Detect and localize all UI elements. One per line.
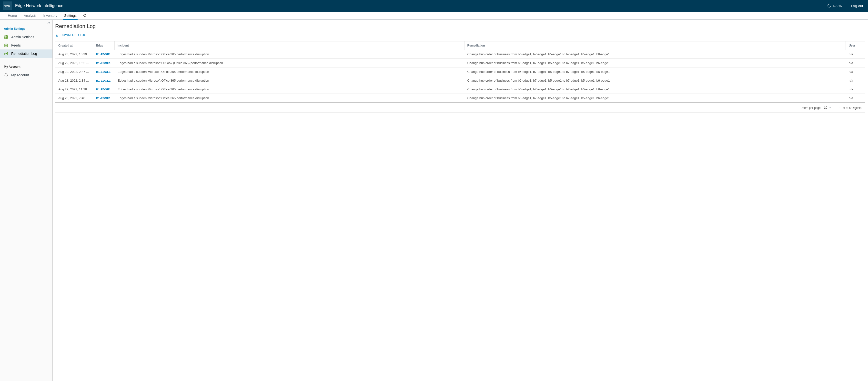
- check-icon: [4, 51, 8, 56]
- svg-point-0: [84, 14, 86, 16]
- cell-incident: Edges had a sudden Microsoft Office 365 …: [115, 94, 465, 102]
- main-content: Remediation Log DOWNLOAD LOG Created at …: [53, 20, 868, 381]
- cell-created: Aug 22, 2022, 2:47 PM: [55, 67, 93, 76]
- sidebar-collapse-button[interactable]: [46, 21, 51, 25]
- cell-edge-link[interactable]: B1-EDGE1: [93, 50, 115, 58]
- chevron-down-icon: [829, 106, 831, 109]
- svg-point-2: [6, 37, 7, 38]
- dark-label: DARK: [833, 4, 842, 7]
- cell-incident: Edges had a sudden Microsoft Office 365 …: [115, 67, 465, 76]
- sidebar-item-label: Remediation Log: [11, 51, 37, 56]
- cell-user: n/a: [846, 85, 865, 94]
- logout-link[interactable]: Log out: [851, 4, 863, 8]
- cell-edge-link[interactable]: B1-EDGE1: [93, 85, 115, 93]
- cell-incident: Edges had a sudden Microsoft Office 365 …: [115, 50, 465, 59]
- nav-search-button[interactable]: [80, 14, 90, 18]
- cell-edge-link[interactable]: B1-EDGE1: [93, 68, 115, 76]
- main-nav: HomeAnalysisInventorySettings: [0, 12, 868, 20]
- cell-user: n/a: [846, 94, 865, 102]
- cell-user: n/a: [846, 67, 865, 76]
- nav-item-settings[interactable]: Settings: [61, 12, 80, 20]
- table-row: Aug 22, 2022, 2:47 PMB1-EDGE1Edges had a…: [55, 67, 865, 76]
- nav-item-home[interactable]: Home: [4, 12, 20, 20]
- sidebar-item-label: Feeds: [11, 43, 21, 47]
- sidebar-item-label: My Account: [11, 73, 29, 77]
- sidebar-item-feeds[interactable]: Feeds: [0, 41, 53, 49]
- gear-icon: [4, 35, 8, 39]
- cell-remediation: Change hub order of business from b6-edg…: [465, 94, 846, 102]
- app-title: Edge Network Intelligence: [15, 3, 827, 8]
- download-log-button[interactable]: DOWNLOAD LOG: [55, 33, 87, 37]
- cell-user: n/a: [846, 50, 865, 59]
- cell-incident: Edges had a sudden Microsoft Office 365 …: [115, 76, 465, 85]
- cell-incident: Edges had a sudden Microsoft Outlook (Of…: [115, 59, 465, 67]
- nav-item-inventory[interactable]: Inventory: [40, 12, 61, 20]
- cell-created: Aug 18, 2022, 2:34 PM: [55, 76, 93, 85]
- cell-created: Aug 22, 2022, 11:38 AM: [55, 85, 93, 94]
- per-page-label: Users per page: [801, 106, 821, 110]
- sidebar-section-account: My Account: [0, 58, 53, 71]
- sidebar-section-admin: Admin Settings: [0, 20, 53, 33]
- cell-remediation: Change hub order of business from b6-edg…: [465, 85, 846, 94]
- remediation-table: Created at Edge Incident Remediation Use…: [55, 41, 865, 103]
- cell-edge-link[interactable]: B1-EDGE1: [93, 77, 115, 84]
- table-row: Aug 22, 2022, 11:38 AMB1-EDGE1Edges had …: [55, 85, 865, 94]
- cell-remediation: Change hub order of business from b6-edg…: [465, 67, 846, 76]
- cell-remediation: Change hub order of business from b6-edg…: [465, 59, 846, 67]
- table-row: Aug 23, 2022, 7:40 AMB1-EDGE1Edges had a…: [55, 94, 865, 102]
- download-icon: [55, 33, 59, 37]
- cell-user: n/a: [846, 59, 865, 67]
- sidebar-item-admin-settings[interactable]: Admin Settings: [0, 33, 53, 41]
- list-icon: [4, 43, 8, 47]
- download-log-label: DOWNLOAD LOG: [61, 33, 87, 37]
- col-header-remediation[interactable]: Remediation: [465, 41, 846, 50]
- pagination-range: 1 - 6 of 6 Objects: [839, 106, 861, 110]
- brand-logo: vmw: [3, 1, 12, 10]
- sidebar: Admin Settings Admin SettingsFeedsRemedi…: [0, 20, 53, 381]
- bell-icon: [4, 73, 8, 77]
- cell-remediation: Change hub order of business from b6-edg…: [465, 76, 846, 85]
- cell-incident: Edges had a sudden Microsoft Office 365 …: [115, 85, 465, 94]
- dark-mode-toggle[interactable]: DARK: [827, 4, 842, 8]
- top-header: vmw Edge Network Intelligence DARK Log o…: [0, 0, 868, 12]
- col-header-edge[interactable]: Edge: [93, 41, 115, 50]
- page-size-control: Users per page 10: [801, 105, 832, 110]
- sidebar-item-my-account[interactable]: My Account: [0, 71, 53, 79]
- chevrons-left-icon: [46, 21, 51, 25]
- col-header-incident[interactable]: Incident: [115, 41, 465, 50]
- cell-remediation: Change hub order of business from b6-edg…: [465, 50, 846, 59]
- svg-line-1: [86, 16, 86, 17]
- col-header-user[interactable]: User: [846, 41, 865, 50]
- cell-edge-link[interactable]: B1-EDGE1: [93, 94, 115, 102]
- page-title: Remediation Log: [55, 23, 868, 30]
- moon-icon: [827, 4, 831, 8]
- sidebar-item-label: Admin Settings: [11, 35, 34, 39]
- table-row: Aug 18, 2022, 2:34 PMB1-EDGE1Edges had a…: [55, 76, 865, 85]
- nav-item-analysis[interactable]: Analysis: [20, 12, 40, 20]
- per-page-select[interactable]: 10: [823, 105, 832, 110]
- sidebar-item-remediation-log[interactable]: Remediation Log: [0, 49, 53, 58]
- cell-user: n/a: [846, 76, 865, 85]
- cell-created: Aug 22, 2022, 1:52 PM: [55, 59, 93, 67]
- search-icon: [83, 14, 87, 18]
- table-footer: Users per page 10 1 - 6 of 6 Objects: [55, 103, 865, 113]
- table-row: Aug 22, 2022, 1:52 PMB1-EDGE1Edges had a…: [55, 59, 865, 67]
- table-header: Created at Edge Incident Remediation Use…: [55, 41, 865, 50]
- per-page-value: 10: [824, 106, 827, 109]
- col-header-created[interactable]: Created at: [55, 41, 93, 50]
- table-row: Aug 23, 2022, 10:39 AMB1-EDGE1Edges had …: [55, 50, 865, 59]
- cell-created: Aug 23, 2022, 7:40 AM: [55, 94, 93, 102]
- cell-edge-link[interactable]: B1-EDGE1: [93, 59, 115, 67]
- cell-created: Aug 23, 2022, 10:39 AM: [55, 50, 93, 59]
